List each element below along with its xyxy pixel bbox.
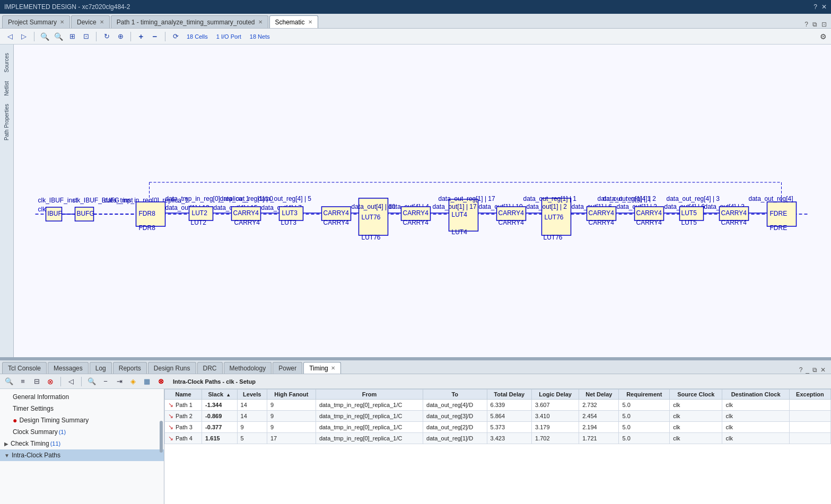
svg-text:CARRY4: CARRY4	[234, 219, 260, 226]
minus-timing-button[interactable]: −	[100, 376, 111, 387]
expand-check-timing-icon[interactable]: ▶	[4, 441, 8, 447]
tab-schematic[interactable]: Schematic ✕	[269, 15, 318, 28]
nets-label[interactable]: 18 Nets	[250, 33, 270, 40]
tab-expand-icon[interactable]: ⊡	[821, 21, 827, 28]
search-button[interactable]: 🔍	[3, 376, 15, 387]
bottom-restore-icon[interactable]: ⧉	[812, 366, 817, 374]
timing-table: Name Slack ▲ Levels High Fanout From To …	[164, 389, 831, 444]
col-levels[interactable]: Levels	[237, 390, 267, 400]
cell-levels: 5	[237, 433, 267, 444]
tab-close-device[interactable]: ✕	[100, 19, 104, 25]
tree-item-clock-summary[interactable]: Clock Summary (1)	[0, 426, 164, 438]
cell-src-clk: clk	[670, 411, 722, 422]
tab-log[interactable]: Log	[90, 362, 112, 374]
schematic-toolbar: ◁ ▷ 🔍 🔍 ⊞ ⊡ ↻ ⊕ + − ⟳ 18 Cells 1 I/O Por…	[0, 29, 831, 45]
help-icon[interactable]: ?	[813, 3, 817, 11]
tab-project-summary[interactable]: Project Summary ✕	[2, 15, 70, 28]
col-high-fanout[interactable]: High Fanout	[267, 390, 316, 400]
tab-design-runs[interactable]: Design Runs	[148, 362, 196, 374]
bottom-help-icon[interactable]: ?	[799, 366, 803, 374]
table-row[interactable]: ↘Path 4 1.615 5 17 data_tmp_in_reg[0]_re…	[165, 433, 831, 444]
table-row[interactable]: ↘Path 3 -0.377 9 9 data_tmp_in_reg[0]_re…	[165, 422, 831, 433]
svg-text:LUT3: LUT3	[282, 209, 298, 217]
col-logic-delay[interactable]: Logic Delay	[532, 390, 579, 400]
nav-forward-button[interactable]: ▷	[18, 31, 30, 42]
tree-item-intra-clock-paths[interactable]: ▼ Intra-Clock Paths	[0, 449, 164, 461]
tab-tcl-console[interactable]: Tcl Console	[2, 362, 47, 374]
col-source-clock[interactable]: Source Clock	[670, 390, 722, 400]
reset-button[interactable]: ⊕	[115, 31, 126, 42]
cell-high-fanout: 9	[267, 411, 316, 422]
bottom-expand-icon[interactable]: ✕	[820, 366, 826, 374]
tree-item-timer-settings[interactable]: Timer Settings	[0, 403, 164, 414]
tab-reports[interactable]: Reports	[113, 362, 147, 374]
cell-high-fanout: 9	[267, 400, 316, 411]
exclaim-button[interactable]: ⊗	[155, 376, 167, 387]
tree-panel: General Information Timer Settings ● Des…	[0, 389, 164, 504]
col-destination-clock[interactable]: Destination Clock	[722, 390, 789, 400]
col-to[interactable]: To	[423, 390, 487, 400]
tree-scroll-left[interactable]: ◁	[65, 376, 77, 387]
error-button[interactable]: ⊗	[45, 376, 56, 387]
col-total-delay[interactable]: Total Delay	[487, 390, 532, 400]
sidebar-item-path-properties[interactable]: Path Properties	[4, 104, 10, 140]
tab-timing[interactable]: Timing ✕	[303, 362, 341, 374]
svg-text:CARRY4: CARRY4	[498, 219, 524, 226]
intra-clock-paths-label: Intra-Clock Paths	[12, 452, 60, 459]
nav-back-button[interactable]: ◁	[4, 31, 16, 42]
tab-power[interactable]: Power	[273, 362, 302, 374]
tab-restore-icon[interactable]: ⧉	[812, 21, 817, 28]
close-icon[interactable]: ✕	[821, 3, 827, 11]
tree-item-design-timing-summary[interactable]: ● Design Timing Summary	[0, 414, 164, 426]
search-timing-button[interactable]: 🔍	[86, 376, 98, 387]
settings-icon[interactable]: ⚙	[820, 32, 827, 41]
tree-item-general-info[interactable]: General Information	[0, 391, 164, 403]
minus-button[interactable]: −	[149, 31, 161, 42]
tab-messages[interactable]: Messages	[48, 362, 89, 374]
bottom-minimize-icon[interactable]: _	[806, 366, 809, 374]
arrow-timing-button[interactable]: ⇥	[113, 376, 125, 387]
col-name[interactable]: Name	[165, 390, 202, 400]
timing-table-panel[interactable]: Name Slack ▲ Levels High Fanout From To …	[164, 389, 831, 504]
tab-drc[interactable]: DRC	[197, 362, 223, 374]
filter-button[interactable]: ◈	[127, 376, 139, 387]
plus-button[interactable]: +	[135, 31, 147, 42]
tab-close-timing[interactable]: ✕	[331, 365, 335, 371]
schematic-canvas[interactable]: clk IBUF BUFG clk_IBUF_inst clk_IBUF_BUF…	[14, 45, 831, 357]
cell-from: data_tmp_in_reg[0]_replica_1/C	[316, 433, 423, 444]
fit-window-button[interactable]: ⊞	[66, 31, 78, 42]
tab-path1[interactable]: Path 1 - timing_analyze_timing_summary_r…	[111, 15, 268, 28]
tree-item-check-timing[interactable]: ▶ Check Timing (11)	[0, 438, 164, 449]
tab-close-schematic[interactable]: ✕	[308, 19, 312, 25]
expand-button[interactable]: ⊟	[31, 376, 42, 387]
bar-chart-button[interactable]: ▦	[141, 376, 153, 387]
zoom-out-button[interactable]: 🔍	[53, 31, 64, 42]
cell-net-delay: 2.454	[579, 411, 619, 422]
table-row[interactable]: ↘Path 1 -1.344 14 9 data_tmp_in_reg[0]_r…	[165, 400, 831, 411]
io-label[interactable]: 1 I/O Port	[216, 33, 241, 40]
bottom-content: General Information Timer Settings ● Des…	[0, 389, 831, 504]
tab-close-path1[interactable]: ✕	[258, 19, 263, 25]
tab-close-project-summary[interactable]: ✕	[60, 19, 64, 25]
col-from[interactable]: From	[316, 390, 423, 400]
col-exception[interactable]: Exception	[789, 390, 830, 400]
fit-selection-button[interactable]: ⊡	[80, 31, 92, 42]
expand-intra-clock-icon[interactable]: ▼	[4, 453, 10, 458]
sidebar-item-netlist[interactable]: Netlist	[4, 81, 10, 96]
refresh-button[interactable]: ↻	[101, 31, 112, 42]
tab-methodology[interactable]: Methodology	[224, 362, 272, 374]
col-slack[interactable]: Slack ▲	[202, 390, 237, 400]
cells-label[interactable]: 18 Cells	[187, 33, 208, 40]
zoom-in-button[interactable]: 🔍	[39, 31, 50, 42]
col-net-delay[interactable]: Net Delay	[579, 390, 619, 400]
col-requirement[interactable]: Requirement	[619, 390, 670, 400]
collapse-all-button[interactable]: ≡	[17, 376, 29, 387]
table-row[interactable]: ↘Path 2 -0.869 14 9 data_tmp_in_reg[0]_r…	[165, 411, 831, 422]
recenter-button[interactable]: ⟳	[170, 31, 181, 42]
tree-scrollbar[interactable]	[160, 421, 163, 453]
sidebar-item-sources[interactable]: Sources	[4, 53, 10, 73]
tab-device[interactable]: Device ✕	[71, 15, 110, 28]
svg-text:LUT76: LUT76	[362, 234, 381, 241]
timer-settings-label: Timer Settings	[13, 405, 54, 412]
tab-help-icon[interactable]: ?	[804, 21, 808, 28]
